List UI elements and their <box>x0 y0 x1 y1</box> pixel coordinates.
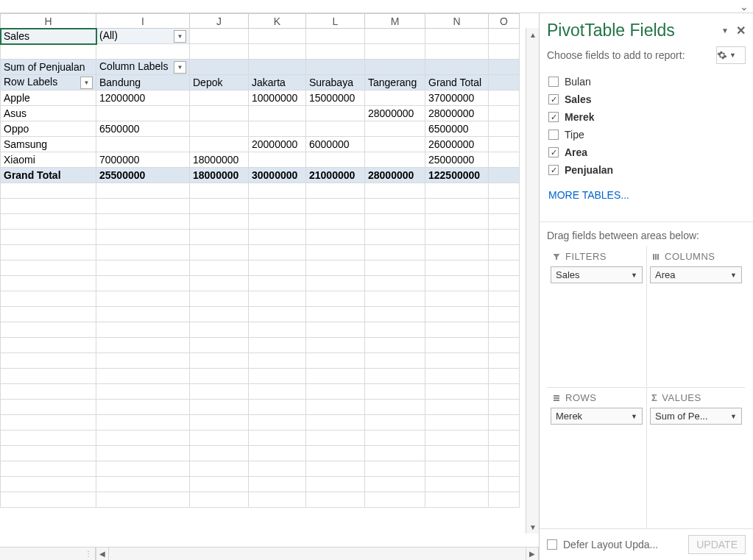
pivot-fields-panel: PivotTable Fields ▼ ✕ Choose fields to a… <box>540 13 753 560</box>
grand-total-row: Grand Total 25500000 18000000 30000000 2… <box>1 168 520 183</box>
sheet-tab-resize-icon[interactable]: ⋮ <box>85 550 92 558</box>
rows-area-label: ROWS <box>565 392 596 403</box>
checkbox-icon[interactable] <box>548 77 559 87</box>
worksheet-area: H I J K L M N O Sales (All) ▼ <box>0 13 540 560</box>
field-item-merek[interactable]: ✓ Merek <box>547 108 746 126</box>
pivot-col-labels-cell[interactable]: Column Labels ▼ <box>96 60 190 75</box>
scroll-left-icon[interactable]: ◀ <box>96 547 109 561</box>
values-area[interactable]: Σ VALUES Sum of Pe... ▼ <box>646 387 746 528</box>
col-header-I[interactable]: I <box>96 14 190 29</box>
rows-chip[interactable]: Merek ▼ <box>551 408 643 425</box>
field-item-penjualan[interactable]: ✓ Penjualan <box>547 161 746 179</box>
checkbox-icon[interactable]: ✓ <box>548 147 559 157</box>
defer-label: Defer Layout Upda... <box>563 539 682 550</box>
col-hdr-2[interactable]: Jakarta <box>249 75 306 91</box>
columns-area[interactable]: COLUMNS Area ▼ <box>646 246 746 387</box>
checkbox-icon[interactable]: ✓ <box>548 94 559 104</box>
col-header-O[interactable]: O <box>489 14 520 29</box>
pivot-col-labels-text: Column Labels <box>99 60 168 72</box>
col-header-L[interactable]: L <box>306 14 365 29</box>
column-labels-dropdown-icon[interactable]: ▼ <box>174 61 186 74</box>
checkbox-icon[interactable]: ✓ <box>548 165 559 175</box>
chevron-down-icon: ▼ <box>730 413 737 420</box>
col-hdr-5[interactable]: Grand Total <box>425 75 489 91</box>
field-item-area[interactable]: ✓ Area <box>547 143 746 161</box>
areas-grid: FILTERS Sales ▼ COLUMNS Area ▼ <box>540 246 753 528</box>
checkbox-icon[interactable]: ✓ <box>548 112 559 122</box>
panel-subtitle: Choose fields to add to report: <box>547 49 716 61</box>
gear-icon <box>717 50 727 60</box>
columns-chip[interactable]: Area ▼ <box>650 266 742 283</box>
table-row: Apple 12000000 10000000 15000000 3700000… <box>1 91 520 106</box>
col-hdr-3[interactable]: Surabaya <box>306 75 365 91</box>
columns-icon <box>651 252 660 261</box>
collapse-ribbon-icon[interactable]: ⌄ <box>740 1 749 13</box>
values-chip[interactable]: Sum of Pe... ▼ <box>650 408 742 425</box>
chevron-down-icon: ▼ <box>729 52 745 59</box>
col-hdr-0[interactable]: Bandung <box>96 75 190 91</box>
table-row: Samsung 20000000 6000000 26000000 <box>1 137 520 152</box>
scroll-up-icon[interactable]: ▲ <box>526 28 539 41</box>
table-row: Xiaomi 7000000 18000000 25000000 <box>1 152 520 168</box>
vertical-scrollbar[interactable]: ▲ ▼ <box>526 28 539 534</box>
scroll-right-icon[interactable]: ▶ <box>526 547 539 561</box>
spreadsheet-grid[interactable]: H I J K L M N O Sales (All) ▼ <box>0 13 520 508</box>
more-tables-link[interactable]: MORE TABLES... <box>540 182 753 207</box>
col-header-K[interactable]: K <box>249 14 306 29</box>
filter-field-cell[interactable]: Sales <box>1 29 96 44</box>
values-area-label: VALUES <box>662 392 701 403</box>
filters-area[interactable]: FILTERS Sales ▼ <box>547 246 646 387</box>
filters-chip[interactable]: Sales ▼ <box>551 266 643 283</box>
filter-dropdown-icon[interactable]: ▼ <box>174 30 186 43</box>
row-labels-dropdown-icon[interactable]: ▼ <box>80 77 93 89</box>
filters-area-label: FILTERS <box>565 251 607 262</box>
col-hdr-4[interactable]: Tangerang <box>365 75 425 91</box>
horizontal-scrollbar[interactable]: ⋮ ◀ ▶ <box>0 547 539 560</box>
column-header-row: H I J K L M N O <box>1 14 520 29</box>
defer-checkbox[interactable] <box>547 539 557 550</box>
row-labels-text: Row Labels <box>4 76 57 88</box>
field-item-bulan[interactable]: Bulan <box>547 73 746 91</box>
chevron-down-icon: ▼ <box>631 413 637 420</box>
panel-close-icon[interactable]: ✕ <box>736 24 746 38</box>
field-item-tipe[interactable]: Tipe <box>547 126 746 143</box>
sigma-icon: Σ <box>651 392 657 403</box>
tools-button[interactable]: ▼ <box>716 46 746 64</box>
table-row: Asus 28000000 28000000 <box>1 106 520 121</box>
chevron-down-icon: ▼ <box>730 272 737 279</box>
row-labels-cell[interactable]: Row Labels ▼ <box>1 75 96 91</box>
col-header-M[interactable]: M <box>365 14 425 29</box>
checkbox-icon[interactable] <box>548 130 559 140</box>
col-header-J[interactable]: J <box>190 14 249 29</box>
col-header-N[interactable]: N <box>425 14 489 29</box>
filter-icon <box>552 252 561 261</box>
col-header-H[interactable]: H <box>1 14 96 29</box>
pivot-summary-label[interactable]: Sum of Penjualan <box>1 60 96 75</box>
areas-label: Drag fields between areas below: <box>540 221 753 246</box>
filter-value-text: (All) <box>99 29 118 41</box>
chevron-down-icon: ▼ <box>631 272 637 279</box>
panel-title: PivotTable Fields <box>547 21 717 40</box>
fields-list: Bulan ✓ Sales ✓ Merek Tipe ✓ Area ✓ Penj… <box>540 70 753 182</box>
panel-options-dropdown-icon[interactable]: ▼ <box>721 26 729 35</box>
update-button[interactable]: UPDATE <box>688 535 746 554</box>
rows-area[interactable]: ROWS Merek ▼ <box>547 387 646 528</box>
columns-area-label: COLUMNS <box>665 251 715 262</box>
filter-value-cell[interactable]: (All) ▼ <box>96 29 190 44</box>
rows-icon <box>552 394 561 403</box>
col-hdr-1[interactable]: Depok <box>190 75 249 91</box>
table-row: Oppo 6500000 6500000 <box>1 121 520 137</box>
top-bar: ⌄ <box>0 0 753 13</box>
scroll-down-icon[interactable]: ▼ <box>526 520 539 534</box>
field-item-sales[interactable]: ✓ Sales <box>547 91 746 108</box>
